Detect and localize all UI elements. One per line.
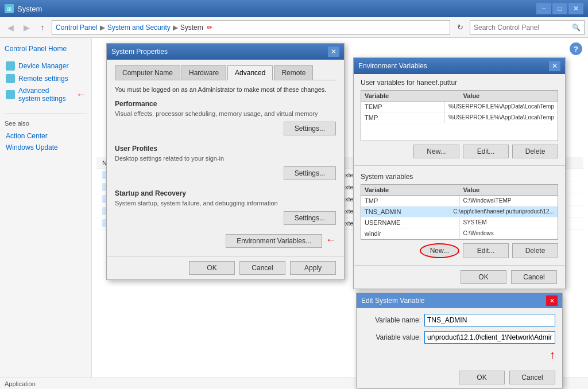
breadcrumb: Control Panel ▶ System and Security ▶ Sy… bbox=[52, 20, 450, 35]
startup-desc: System startup, system failure, and debu… bbox=[115, 200, 336, 207]
tab-bar: Computer Name Hardware Advanced Remote bbox=[115, 65, 336, 80]
search-input[interactable] bbox=[474, 24, 570, 32]
edit-var-name-input[interactable] bbox=[424, 314, 555, 326]
sys-var-row-tmp[interactable]: TMP C:\Windows\TEMP bbox=[361, 196, 558, 207]
edit-var-close-button[interactable]: ✕ bbox=[546, 295, 558, 306]
edit-var-arrow-annotation: ↑ bbox=[550, 348, 555, 361]
environment-variables-dialog: Environment Variables ✕ User variables f… bbox=[353, 57, 566, 289]
sys-vars-section: System variables Variable Value TMP C:\W… bbox=[354, 168, 565, 263]
edit-var-ok-button[interactable]: OK bbox=[459, 371, 505, 384]
edit-pencil-icon: ✏ bbox=[207, 24, 212, 32]
startup-section: Startup and Recovery System startup, sys… bbox=[115, 189, 336, 225]
user-var-col-variable: Variable bbox=[361, 91, 460, 101]
env-ok-button[interactable]: OK bbox=[461, 270, 506, 284]
sys-var-row-windir[interactable]: windir C:\Windows bbox=[361, 228, 558, 239]
env-vars-title: Environment Variables bbox=[358, 62, 427, 70]
sys-var-col-variable: Variable bbox=[361, 185, 460, 195]
user-var-row-temp[interactable]: TEMP %USERPROFILE%\AppData\Local\Temp bbox=[361, 102, 558, 112]
sys-props-apply-button[interactable]: Apply bbox=[290, 261, 336, 275]
env-variables-button[interactable]: Environment Variables... bbox=[226, 234, 322, 248]
user-delete-button[interactable]: Delete bbox=[512, 145, 558, 158]
performance-section: Performance Visual effects, processor sc… bbox=[115, 100, 336, 135]
sys-props-cancel-button[interactable]: Cancel bbox=[239, 261, 285, 275]
sys-vars-label: System variables bbox=[361, 173, 558, 181]
env-vars-arrow: ← bbox=[326, 234, 336, 248]
performance-title: Performance bbox=[115, 100, 336, 108]
user-profiles-settings-button[interactable]: Settings... bbox=[284, 166, 336, 180]
minimize-button[interactable]: – bbox=[536, 3, 551, 14]
system-properties-footer: OK Cancel Apply bbox=[107, 256, 344, 279]
back-button[interactable]: ◀ bbox=[3, 21, 17, 34]
breadcrumb-system-security[interactable]: System and Security bbox=[107, 24, 171, 32]
edit-var-value-label: Variable value: bbox=[363, 333, 421, 341]
title-bar-controls: – □ ✕ bbox=[536, 3, 583, 14]
tab-remote[interactable]: Remote bbox=[274, 65, 313, 80]
sidebar-item-action-center[interactable]: Action Center bbox=[5, 130, 87, 142]
sidebar-item-advanced-system-settings[interactable]: Advanced system settings ← bbox=[5, 85, 87, 104]
maximize-button[interactable]: □ bbox=[552, 3, 567, 14]
user-new-button[interactable]: New... bbox=[413, 145, 459, 158]
performance-desc: Visual effects, processor scheduling, me… bbox=[115, 110, 336, 117]
system-properties-title-bar: System Properties ✕ bbox=[107, 44, 344, 60]
search-icon[interactable]: 🔍 bbox=[572, 24, 581, 32]
startup-title: Startup and Recovery bbox=[115, 189, 336, 197]
system-properties-content: Computer Name Hardware Advanced Remote Y… bbox=[107, 60, 344, 254]
tab-hardware[interactable]: Hardware bbox=[181, 65, 226, 80]
env-vars-title-bar: Environment Variables ✕ bbox=[354, 58, 565, 74]
title-bar: ⊞ System – □ ✕ bbox=[0, 0, 588, 17]
env-cancel-button[interactable]: Cancel bbox=[511, 270, 557, 284]
status-text: Application bbox=[5, 380, 36, 387]
sys-new-button[interactable]: New... bbox=[420, 243, 459, 258]
up-button[interactable]: ↑ bbox=[36, 21, 49, 34]
sys-var-row-tns-admin[interactable]: TNS_ADMIN C:\app\client\haneef.puttur\pr… bbox=[361, 207, 558, 217]
edit-system-variable-dialog: Edit System Variable ✕ Variable name: Va… bbox=[356, 293, 563, 388]
user-vars-table: Variable Value TEMP %USERPROFILE%\AppDat… bbox=[361, 90, 558, 141]
system-properties-close-button[interactable]: ✕ bbox=[328, 46, 339, 57]
user-vars-section: User variables for haneef.puttur Variabl… bbox=[354, 74, 565, 163]
user-edit-button[interactable]: Edit... bbox=[463, 145, 509, 158]
edit-var-name-label: Variable name: bbox=[363, 316, 421, 324]
see-also-label: See also bbox=[5, 120, 87, 127]
startup-settings-button[interactable]: Settings... bbox=[284, 211, 336, 225]
performance-settings-button[interactable]: Settings... bbox=[284, 122, 336, 135]
system-properties-title: System Properties bbox=[111, 48, 168, 56]
sidebar-item-remote-settings[interactable]: Remote settings bbox=[5, 72, 87, 85]
sys-edit-button[interactable]: Edit... bbox=[463, 243, 509, 258]
edit-var-title: Edit System Variable bbox=[361, 297, 425, 305]
advanced-system-icon bbox=[6, 90, 15, 99]
edit-var-title-bar: Edit System Variable ✕ bbox=[357, 293, 562, 308]
user-var-row-tmp[interactable]: TMP %USERPROFILE%\AppData\Local\Temp bbox=[361, 112, 558, 123]
edit-var-footer: OK Cancel bbox=[357, 367, 562, 388]
tab-advanced[interactable]: Advanced bbox=[227, 65, 273, 80]
sidebar-item-device-manager[interactable]: Device Manager bbox=[5, 60, 87, 72]
sys-props-ok-button[interactable]: OK bbox=[189, 261, 235, 275]
forward-button[interactable]: ▶ bbox=[20, 21, 33, 34]
sidebar: Control Panel Home Device Manager Remote… bbox=[0, 38, 92, 389]
edit-var-value-row: Variable value: bbox=[363, 331, 555, 344]
env-vars-close-button[interactable]: ✕ bbox=[549, 61, 560, 71]
env-vars-row: Environment Variables... ← bbox=[115, 234, 336, 248]
edit-var-cancel-button[interactable]: Cancel bbox=[509, 371, 555, 384]
user-vars-header: Variable Value bbox=[361, 91, 558, 102]
env-vars-footer: OK Cancel bbox=[354, 265, 565, 289]
title-bar-left: ⊞ System bbox=[5, 4, 42, 13]
sidebar-item-windows-update[interactable]: Windows Update bbox=[5, 142, 87, 153]
window-title: System bbox=[17, 5, 42, 13]
sys-var-row-username[interactable]: USERNAME SYSTEM bbox=[361, 217, 558, 228]
remote-settings-icon bbox=[6, 74, 15, 83]
breadcrumb-control-panel[interactable]: Control Panel bbox=[56, 24, 98, 32]
main-window: ⊞ System – □ ✕ ◀ ▶ ↑ Control Panel ▶ Sys… bbox=[0, 0, 588, 389]
tab-computer-name[interactable]: Computer Name bbox=[115, 65, 180, 80]
system-properties-dialog: System Properties ✕ Computer Name Hardwa… bbox=[106, 43, 345, 280]
help-button[interactable]: ? bbox=[570, 42, 582, 55]
refresh-button[interactable]: ↻ bbox=[452, 20, 467, 35]
sys-delete-button[interactable]: Delete bbox=[512, 243, 558, 258]
user-profiles-title: User Profiles bbox=[115, 145, 336, 153]
user-profiles-section: User Profiles Desktop settings related t… bbox=[115, 145, 336, 180]
sidebar-section: Device Manager Remote settings Advanced … bbox=[5, 60, 87, 104]
edit-var-value-input[interactable] bbox=[424, 331, 555, 344]
arrow-annotation: ← bbox=[76, 90, 86, 100]
sidebar-home[interactable]: Control Panel Home bbox=[5, 45, 87, 53]
search-box: 🔍 bbox=[470, 20, 585, 35]
close-window-button[interactable]: ✕ bbox=[568, 3, 583, 14]
